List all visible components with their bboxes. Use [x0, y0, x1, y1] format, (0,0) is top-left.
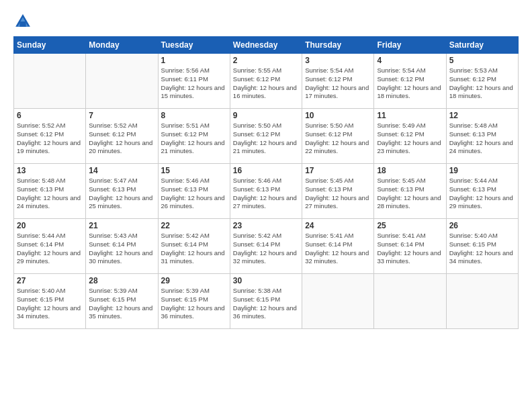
day-info: Sunrise: 5:45 AM Sunset: 6:13 PM Dayligh… — [377, 177, 443, 211]
calendar-cell: 7Sunrise: 5:52 AM Sunset: 6:12 PM Daylig… — [86, 109, 158, 164]
day-number: 17 — [305, 166, 371, 175]
calendar-cell: 18Sunrise: 5:45 AM Sunset: 6:13 PM Dayli… — [374, 164, 446, 219]
day-info: Sunrise: 5:48 AM Sunset: 6:13 PM Dayligh… — [17, 177, 83, 211]
svg-rect-2 — [19, 21, 26, 27]
calendar-header-thursday: Thursday — [302, 37, 374, 54]
calendar-cell: 1Sunrise: 5:56 AM Sunset: 6:11 PM Daylig… — [158, 54, 230, 109]
day-info: Sunrise: 5:53 AM Sunset: 6:12 PM Dayligh… — [449, 66, 515, 101]
calendar-cell: 6Sunrise: 5:52 AM Sunset: 6:12 PM Daylig… — [14, 109, 86, 164]
calendar-cell: 14Sunrise: 5:47 AM Sunset: 6:13 PM Dayli… — [86, 164, 158, 219]
day-info: Sunrise: 5:44 AM Sunset: 6:14 PM Dayligh… — [17, 232, 83, 266]
calendar: SundayMondayTuesdayWednesdayThursdayFrid… — [13, 36, 519, 329]
calendar-cell: 20Sunrise: 5:44 AM Sunset: 6:14 PM Dayli… — [14, 219, 86, 274]
day-info: Sunrise: 5:42 AM Sunset: 6:14 PM Dayligh… — [161, 232, 227, 266]
day-info: Sunrise: 5:40 AM Sunset: 6:15 PM Dayligh… — [449, 232, 515, 266]
day-info: Sunrise: 5:38 AM Sunset: 6:15 PM Dayligh… — [233, 287, 299, 321]
calendar-cell: 8Sunrise: 5:51 AM Sunset: 6:12 PM Daylig… — [158, 109, 230, 164]
day-number: 12 — [449, 111, 515, 120]
day-info: Sunrise: 5:50 AM Sunset: 6:12 PM Dayligh… — [233, 122, 299, 156]
day-number: 3 — [305, 56, 371, 65]
calendar-header-tuesday: Tuesday — [158, 37, 230, 54]
logo — [13, 12, 35, 31]
day-info: Sunrise: 5:39 AM Sunset: 6:15 PM Dayligh… — [89, 287, 154, 321]
calendar-cell: 25Sunrise: 5:41 AM Sunset: 6:14 PM Dayli… — [374, 219, 446, 274]
calendar-cell: 12Sunrise: 5:48 AM Sunset: 6:13 PM Dayli… — [446, 109, 518, 164]
day-number: 10 — [305, 111, 371, 120]
calendar-week-row: 1Sunrise: 5:56 AM Sunset: 6:11 PM Daylig… — [14, 54, 519, 109]
header — [13, 12, 519, 31]
day-number: 2 — [233, 56, 299, 65]
day-number: 15 — [161, 166, 227, 175]
day-number: 30 — [233, 276, 299, 285]
page: SundayMondayTuesdayWednesdayThursdayFrid… — [0, 0, 532, 411]
day-number: 13 — [17, 166, 83, 175]
day-info: Sunrise: 5:42 AM Sunset: 6:14 PM Dayligh… — [233, 232, 299, 266]
day-info: Sunrise: 5:47 AM Sunset: 6:13 PM Dayligh… — [89, 177, 154, 211]
day-info: Sunrise: 5:41 AM Sunset: 6:14 PM Dayligh… — [305, 232, 371, 266]
day-info: Sunrise: 5:48 AM Sunset: 6:13 PM Dayligh… — [449, 122, 515, 156]
day-number: 11 — [377, 111, 443, 120]
calendar-header-wednesday: Wednesday — [230, 37, 302, 54]
day-number: 20 — [17, 221, 83, 230]
calendar-header-row: SundayMondayTuesdayWednesdayThursdayFrid… — [14, 37, 519, 54]
day-number: 5 — [449, 56, 515, 65]
day-number: 1 — [161, 56, 227, 65]
calendar-cell — [374, 274, 446, 329]
day-info: Sunrise: 5:49 AM Sunset: 6:12 PM Dayligh… — [377, 122, 443, 156]
calendar-cell: 21Sunrise: 5:43 AM Sunset: 6:14 PM Dayli… — [86, 219, 158, 274]
day-info: Sunrise: 5:46 AM Sunset: 6:13 PM Dayligh… — [233, 177, 299, 211]
calendar-cell: 24Sunrise: 5:41 AM Sunset: 6:14 PM Dayli… — [302, 219, 374, 274]
calendar-cell: 23Sunrise: 5:42 AM Sunset: 6:14 PM Dayli… — [230, 219, 302, 274]
day-info: Sunrise: 5:51 AM Sunset: 6:12 PM Dayligh… — [161, 122, 227, 156]
day-info: Sunrise: 5:50 AM Sunset: 6:12 PM Dayligh… — [305, 122, 371, 156]
day-info: Sunrise: 5:55 AM Sunset: 6:12 PM Dayligh… — [233, 66, 299, 101]
calendar-cell: 5Sunrise: 5:53 AM Sunset: 6:12 PM Daylig… — [446, 54, 518, 109]
calendar-cell: 17Sunrise: 5:45 AM Sunset: 6:13 PM Dayli… — [302, 164, 374, 219]
calendar-cell: 10Sunrise: 5:50 AM Sunset: 6:12 PM Dayli… — [302, 109, 374, 164]
calendar-cell: 9Sunrise: 5:50 AM Sunset: 6:12 PM Daylig… — [230, 109, 302, 164]
day-info: Sunrise: 5:45 AM Sunset: 6:13 PM Dayligh… — [305, 177, 371, 211]
day-info: Sunrise: 5:52 AM Sunset: 6:12 PM Dayligh… — [89, 122, 154, 156]
day-number: 27 — [17, 276, 83, 285]
day-number: 22 — [161, 221, 227, 230]
day-number: 9 — [233, 111, 299, 120]
day-info: Sunrise: 5:54 AM Sunset: 6:12 PM Dayligh… — [377, 66, 443, 101]
day-number: 8 — [161, 111, 227, 120]
day-number: 14 — [89, 166, 154, 175]
day-number: 18 — [377, 166, 443, 175]
calendar-cell: 3Sunrise: 5:54 AM Sunset: 6:12 PM Daylig… — [302, 54, 374, 109]
day-info: Sunrise: 5:46 AM Sunset: 6:13 PM Dayligh… — [161, 177, 227, 211]
day-info: Sunrise: 5:39 AM Sunset: 6:15 PM Dayligh… — [161, 287, 227, 321]
day-number: 29 — [161, 276, 227, 285]
day-info: Sunrise: 5:52 AM Sunset: 6:12 PM Dayligh… — [17, 122, 83, 156]
calendar-header-sunday: Sunday — [14, 37, 86, 54]
day-number: 19 — [449, 166, 515, 175]
day-info: Sunrise: 5:56 AM Sunset: 6:11 PM Dayligh… — [161, 66, 227, 101]
day-number: 21 — [89, 221, 154, 230]
calendar-cell: 4Sunrise: 5:54 AM Sunset: 6:12 PM Daylig… — [374, 54, 446, 109]
calendar-header-monday: Monday — [86, 37, 158, 54]
day-number: 24 — [305, 221, 371, 230]
day-info: Sunrise: 5:41 AM Sunset: 6:14 PM Dayligh… — [377, 232, 443, 266]
calendar-cell: 19Sunrise: 5:44 AM Sunset: 6:13 PM Dayli… — [446, 164, 518, 219]
calendar-cell: 22Sunrise: 5:42 AM Sunset: 6:14 PM Dayli… — [158, 219, 230, 274]
day-number: 23 — [233, 221, 299, 230]
calendar-cell: 28Sunrise: 5:39 AM Sunset: 6:15 PM Dayli… — [86, 274, 158, 329]
calendar-cell — [86, 54, 158, 109]
day-number: 6 — [17, 111, 83, 120]
calendar-cell: 27Sunrise: 5:40 AM Sunset: 6:15 PM Dayli… — [14, 274, 86, 329]
calendar-week-row: 6Sunrise: 5:52 AM Sunset: 6:12 PM Daylig… — [14, 109, 519, 164]
calendar-header-friday: Friday — [374, 37, 446, 54]
calendar-cell: 15Sunrise: 5:46 AM Sunset: 6:13 PM Dayli… — [158, 164, 230, 219]
calendar-cell: 16Sunrise: 5:46 AM Sunset: 6:13 PM Dayli… — [230, 164, 302, 219]
calendar-week-row: 20Sunrise: 5:44 AM Sunset: 6:14 PM Dayli… — [14, 219, 519, 274]
day-info: Sunrise: 5:40 AM Sunset: 6:15 PM Dayligh… — [17, 287, 83, 321]
calendar-week-row: 13Sunrise: 5:48 AM Sunset: 6:13 PM Dayli… — [14, 164, 519, 219]
day-number: 16 — [233, 166, 299, 175]
calendar-cell: 11Sunrise: 5:49 AM Sunset: 6:12 PM Dayli… — [374, 109, 446, 164]
day-info: Sunrise: 5:43 AM Sunset: 6:14 PM Dayligh… — [89, 232, 154, 266]
logo-icon — [13, 12, 32, 31]
day-number: 7 — [89, 111, 154, 120]
calendar-cell: 13Sunrise: 5:48 AM Sunset: 6:13 PM Dayli… — [14, 164, 86, 219]
calendar-cell: 29Sunrise: 5:39 AM Sunset: 6:15 PM Dayli… — [158, 274, 230, 329]
